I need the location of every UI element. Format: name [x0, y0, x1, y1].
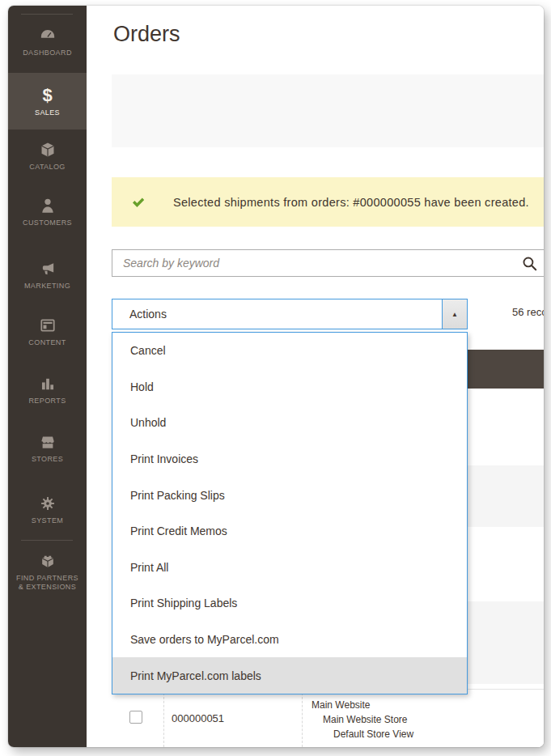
records-summary: 56 records found	[512, 306, 544, 318]
actions-dropdown-button[interactable]: Actions ▲	[112, 299, 468, 329]
megaphone-icon	[39, 258, 57, 279]
sidebar-item-label: DASHBOARD	[23, 49, 72, 57]
sidebar-item-find-partners[interactable]: FIND PARTNERS & EXTENSIONS	[8, 550, 87, 592]
column-divider	[163, 693, 164, 747]
actions-dropdown-label: Actions	[112, 308, 167, 321]
menu-item-print-myparcel-labels[interactable]: Print MyParcel.com labels	[112, 657, 467, 694]
sidebar-item-label: SYSTEM	[32, 516, 63, 525]
menu-item-print-all[interactable]: Print All	[112, 550, 467, 586]
menu-item-cancel[interactable]: Cancel	[112, 333, 467, 369]
toolbar-placeholder	[112, 74, 544, 147]
admin-window: DASHBOARD $ SALES CATALOG CUSTOMERS	[8, 6, 544, 747]
sidebar-item-customers[interactable]: CUSTOMERS	[8, 195, 87, 227]
store-view: Default Store View	[312, 727, 413, 741]
purchase-point-cell: Main Website Main Website Store Default …	[312, 698, 413, 741]
sidebar-item-label: REPORTS	[28, 397, 66, 406]
gear-icon	[39, 493, 57, 514]
sidebar-item-label: STORES	[32, 455, 63, 464]
menu-item-print-invoices[interactable]: Print Invoices	[112, 441, 467, 478]
menu-item-print-packing-slips[interactable]: Print Packing Slips	[112, 477, 467, 513]
dollar-icon: $	[42, 85, 52, 106]
row-select-checkbox[interactable]	[129, 711, 142, 724]
menu-item-print-shipping-labels[interactable]: Print Shipping Labels	[112, 585, 467, 622]
layout-icon	[39, 315, 57, 336]
sidebar-top-divider	[21, 14, 73, 15]
table-row[interactable]: 000000051 Main Website Main Website Stor…	[112, 689, 544, 747]
sidebar-item-catalog[interactable]: CATALOG	[8, 139, 87, 172]
search-input[interactable]	[112, 250, 544, 276]
sidebar: DASHBOARD $ SALES CATALOG CUSTOMERS	[8, 6, 87, 747]
column-divider	[302, 693, 303, 747]
box-icon	[39, 139, 57, 160]
sidebar-item-dashboard[interactable]: DASHBOARD	[8, 25, 87, 57]
sidebar-item-marketing[interactable]: MARKETING	[8, 258, 87, 291]
sidebar-item-reports[interactable]: REPORTS	[8, 373, 87, 406]
success-message: Selected shipments from orders: #0000000…	[112, 177, 544, 227]
check-icon	[131, 195, 146, 210]
store-store: Main Website Store	[312, 712, 413, 727]
storefront-icon	[39, 431, 57, 452]
sidebar-item-label: MARKETING	[24, 282, 70, 291]
sidebar-item-stores[interactable]: STORES	[8, 431, 87, 464]
sidebar-item-label: FIND PARTNERS	[16, 574, 78, 583]
sidebar-item-label: CONTENT	[28, 338, 66, 347]
caret-up-icon[interactable]: ▲	[442, 299, 467, 329]
menu-item-unhold[interactable]: Unhold	[112, 405, 467, 441]
store-website: Main Website	[312, 698, 413, 712]
menu-item-print-credit-memos[interactable]: Print Credit Memos	[112, 513, 467, 550]
order-id-cell: 000000051	[172, 712, 224, 724]
page-title: Orders	[113, 22, 180, 47]
main-content: Orders Selected shipments from orders: #…	[87, 6, 544, 747]
gauge-icon	[39, 25, 57, 46]
bar-chart-icon	[39, 373, 57, 394]
menu-item-hold[interactable]: Hold	[112, 369, 467, 406]
sidebar-bottom-divider	[21, 540, 73, 541]
search-icon[interactable]	[521, 255, 538, 272]
sidebar-item-label: SALES	[35, 108, 60, 117]
sidebar-item-label-line2: & EXTENSIONS	[19, 583, 76, 592]
puzzle-brick-icon	[39, 550, 57, 571]
sidebar-item-content[interactable]: CONTENT	[8, 315, 87, 347]
actions-menu: Cancel Hold Unhold Print Invoices Print …	[112, 332, 468, 694]
sidebar-item-label: CUSTOMERS	[23, 219, 72, 227]
sidebar-item-label: CATALOG	[29, 163, 65, 172]
success-message-text: Selected shipments from orders: #0000000…	[173, 196, 529, 209]
search-box	[112, 249, 544, 277]
sidebar-item-sales[interactable]: $ SALES	[8, 73, 87, 130]
menu-item-save-orders-to-myparcel[interactable]: Save orders to MyParcel.com	[112, 622, 467, 658]
person-icon	[39, 195, 57, 216]
sidebar-item-system[interactable]: SYSTEM	[8, 493, 87, 525]
